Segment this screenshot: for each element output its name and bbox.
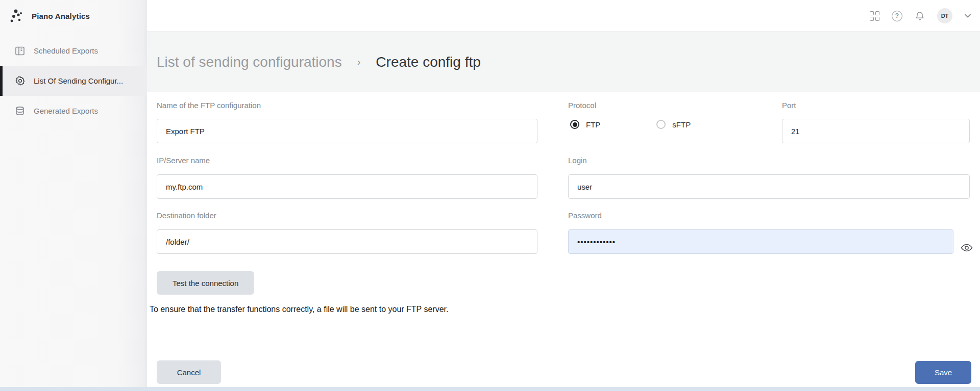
apps-grid-icon[interactable]: [870, 11, 879, 21]
page: Piano Analytics Scheduled Exports: [0, 0, 980, 391]
chevron-down-icon[interactable]: [965, 14, 971, 18]
topbar-actions: ? DT: [870, 0, 971, 32]
password-field-label: Password: [568, 211, 602, 220]
breadcrumb-parent-link[interactable]: List of sending configurations: [157, 54, 342, 70]
name-field-label: Name of the FTP configuration: [157, 101, 261, 110]
topbar: ? DT: [147, 0, 980, 32]
login-input[interactable]: [568, 174, 970, 199]
sidebar-item-label: Scheduled Exports: [34, 46, 98, 55]
cancel-button[interactable]: Cancel: [157, 360, 221, 384]
sidebar-nav: Scheduled Exports List Of Sending Config…: [0, 36, 147, 126]
app-title: Piano Analytics: [32, 12, 90, 20]
bottom-edge-strip: [0, 387, 980, 391]
page-title: Create config ftp: [376, 54, 480, 70]
radio-label: FTP: [586, 120, 600, 129]
radio-option-ftp[interactable]: FTP: [570, 120, 600, 129]
port-field-label: Port: [782, 101, 796, 110]
sidebar: Piano Analytics Scheduled Exports: [0, 0, 147, 391]
breadcrumb-separator-icon: ›: [357, 56, 361, 68]
user-avatar[interactable]: DT: [937, 8, 952, 23]
ip-field-label: IP/Server name: [157, 156, 210, 165]
sidebar-item-scheduled-exports[interactable]: Scheduled Exports: [0, 36, 147, 66]
gear-icon: [14, 75, 26, 87]
sidebar-item-list-of-sending-configurations[interactable]: List Of Sending Configur...: [0, 66, 147, 96]
radio-unselected-icon: [656, 120, 666, 129]
radio-label: sFTP: [672, 120, 691, 129]
sidebar-item-label: Generated Exports: [34, 107, 98, 115]
database-icon: [14, 106, 26, 117]
password-input[interactable]: [568, 229, 953, 254]
login-field-label: Login: [568, 156, 587, 165]
notifications-bell-icon[interactable]: [915, 11, 925, 21]
help-icon[interactable]: ?: [892, 11, 902, 21]
app-logo[interactable]: Piano Analytics: [0, 0, 147, 32]
port-input[interactable]: [782, 119, 970, 143]
destination-folder-input[interactable]: [157, 229, 537, 254]
ip-server-input[interactable]: [157, 174, 537, 199]
sidebar-item-generated-exports[interactable]: Generated Exports: [0, 96, 147, 126]
sidebar-item-label: List Of Sending Configur...: [34, 76, 123, 85]
piano-analytics-logo-icon: [9, 8, 24, 23]
show-password-eye-icon[interactable]: [961, 243, 973, 253]
protocol-radio-group: FTP sFTP: [570, 120, 691, 129]
transfer-note-text: To ensure that the transfer functions co…: [150, 305, 448, 314]
ftp-config-name-input[interactable]: [157, 119, 537, 143]
book-icon: [14, 45, 26, 57]
radio-selected-icon: [570, 120, 579, 129]
protocol-field-label: Protocol: [568, 101, 596, 110]
destination-field-label: Destination folder: [157, 211, 216, 220]
radio-option-sftp[interactable]: sFTP: [656, 120, 691, 129]
breadcrumb: List of sending configurations › Create …: [147, 32, 980, 92]
test-connection-button[interactable]: Test the connection: [157, 271, 254, 295]
save-button[interactable]: Save: [915, 361, 971, 384]
